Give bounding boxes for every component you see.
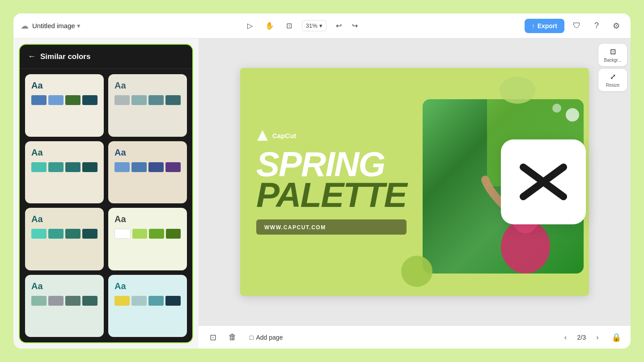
header-right: ↑ Export 🛡 ? ⚙ (525, 19, 623, 33)
capcut-big-logo (514, 163, 572, 201)
add-page-icon: □ (250, 334, 253, 341)
card-7-swatches (31, 296, 97, 306)
background-label: Backgr... (604, 58, 622, 63)
select-tool-button[interactable]: ▷ (243, 19, 257, 33)
background-tool-button[interactable]: ⊡ Backgr... (598, 44, 627, 66)
capcut-watermark (501, 139, 586, 224)
card-5-aa: Aa (31, 214, 97, 224)
undo-redo-group: ↩ ↪ (332, 19, 362, 33)
undo-button[interactable]: ↩ (332, 19, 346, 33)
card-1-swatches (31, 95, 97, 105)
url-text: WWW.CAPCUT.COM (264, 224, 326, 231)
card-8-swatches (114, 296, 181, 306)
canvas-blob-top (500, 77, 535, 104)
similar-colors-panel: ← Similar colors Aa Aa (19, 44, 193, 343)
card-6-aa: Aa (114, 214, 181, 224)
card-6-swatches (114, 229, 181, 239)
card-5-swatches (31, 229, 97, 239)
capcut-brand-text: CapCut (272, 132, 296, 139)
card-2-aa: Aa (114, 80, 181, 91)
document-title[interactable]: Untitled image ▾ (32, 22, 80, 30)
header: ☁ Untitled image ▾ ▷ ✋ ⊡ 31% ▾ ↩ ↪ ↑ Exp… (13, 13, 631, 38)
background-icon: ⊡ (610, 47, 616, 56)
card-7-aa: Aa (31, 281, 97, 291)
resize-icon: ⤢ (610, 72, 616, 81)
color-card-4[interactable]: Aa (108, 141, 187, 204)
color-card-7[interactable]: Aa (25, 275, 104, 337)
zoom-level: 31% (306, 22, 318, 29)
delete-page-button[interactable]: 🗑 (225, 330, 240, 345)
flower-1 (566, 108, 579, 122)
card-3-swatches (31, 162, 97, 172)
color-palette-grid: Aa Aa (20, 69, 192, 342)
headline-group: SPRING PALETTE (256, 149, 407, 210)
svg-rect-1 (261, 135, 264, 139)
resize-label: Resize (606, 83, 620, 88)
card-4-aa: Aa (114, 147, 181, 158)
card-2-swatches (114, 95, 181, 105)
export-icon: ↑ (532, 22, 535, 29)
flower-2 (552, 104, 561, 113)
help-button[interactable]: ? (589, 19, 604, 33)
resize-tool-button[interactable]: ⤢ Resize (598, 69, 627, 91)
redo-button[interactable]: ↪ (348, 19, 362, 33)
panel-header: ← Similar colors (20, 45, 192, 69)
add-page-button[interactable]: □ Add page (245, 331, 287, 344)
card-8-aa: Aa (114, 281, 181, 291)
zoom-chevron-icon: ▾ (319, 22, 322, 29)
bottom-left: ⊡ 🗑 □ Add page (206, 330, 287, 345)
cloud-icon: ☁ (21, 21, 29, 31)
page-indicator: 2/3 (577, 334, 586, 341)
palette-text: PALETTE (256, 180, 407, 210)
canvas-content: CapCut SPRING PALETTE WWW.CAPCUT.COM (199, 38, 631, 325)
color-card-2[interactable]: Aa (108, 74, 187, 137)
copy-page-button[interactable]: ⊡ (206, 330, 220, 345)
zoom-control[interactable]: 31% ▾ (302, 20, 326, 31)
color-card-5[interactable]: Aa (25, 208, 104, 270)
page-navigation: ‹ 2/3 › 🔒 (559, 330, 623, 345)
card-3-aa: Aa (31, 147, 97, 158)
settings-button[interactable]: ⚙ (609, 19, 623, 33)
shield-button[interactable]: 🛡 (570, 19, 584, 33)
color-card-3[interactable]: Aa (25, 141, 104, 204)
header-left: ☁ Untitled image ▾ (21, 21, 80, 31)
export-button[interactable]: ↑ Export (525, 19, 564, 33)
chevron-down-icon: ▾ (77, 22, 80, 30)
frame-tool-button[interactable]: ⊡ (282, 19, 297, 33)
prev-page-button[interactable]: ‹ (559, 331, 572, 344)
back-button[interactable]: ← (28, 52, 36, 61)
export-label: Export (538, 22, 557, 29)
hand-tool-button[interactable]: ✋ (263, 19, 277, 33)
card-4-swatches (114, 162, 181, 172)
title-text: Untitled image (32, 22, 75, 29)
color-card-6[interactable]: Aa (108, 208, 187, 270)
capcut-logo: CapCut (256, 129, 407, 142)
color-card-1[interactable]: Aa (25, 74, 104, 137)
right-sidebar: ⊡ Backgr... ⤢ Resize (598, 44, 627, 91)
body-area: ← Similar colors Aa Aa (13, 38, 631, 349)
canvas-area: CapCut SPRING PALETTE WWW.CAPCUT.COM (199, 38, 631, 349)
bottom-bar: ⊡ 🗑 □ Add page ‹ 2/3 › 🔒 (199, 325, 631, 349)
next-page-button[interactable]: › (591, 331, 604, 344)
url-badge: WWW.CAPCUT.COM (256, 219, 407, 235)
color-card-8[interactable]: Aa (108, 275, 187, 337)
capcut-logo-icon (256, 129, 269, 142)
canvas-blob-bottom (401, 256, 432, 287)
panel-title: Similar colors (40, 52, 90, 61)
lock-button[interactable]: 🔒 (609, 330, 623, 345)
canvas-text-area: CapCut SPRING PALETTE WWW.CAPCUT.COM (240, 68, 423, 296)
add-page-label: Add page (256, 334, 283, 341)
header-center: ▷ ✋ ⊡ 31% ▾ ↩ ↪ (243, 19, 362, 33)
card-1-aa: Aa (31, 80, 97, 91)
